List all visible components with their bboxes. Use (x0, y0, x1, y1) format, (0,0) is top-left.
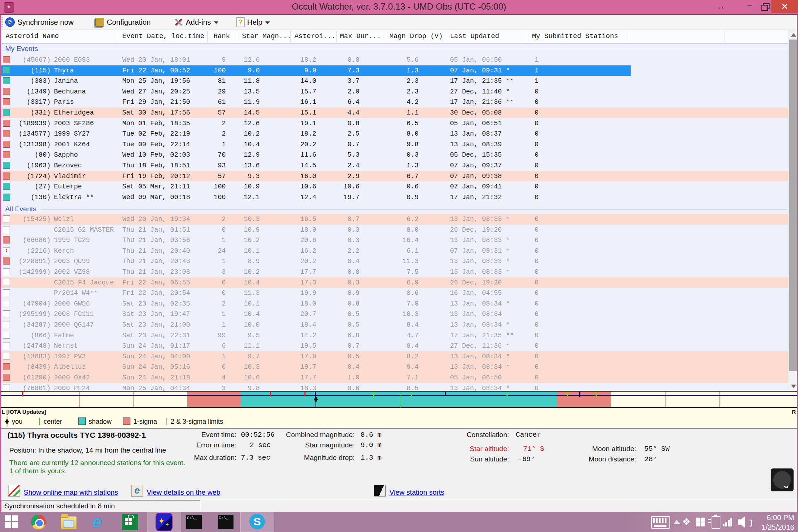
table-row[interactable]: (331)EtheridgeaSat 30 Jan, 17:565714.515… (0, 108, 788, 118)
event-checkbox-pink-icon[interactable] (3, 258, 10, 265)
occult-watcher-taskbar-button[interactable]: ✦✦ (147, 512, 181, 532)
power-plug-icon[interactable] (712, 516, 720, 532)
table-row[interactable]: (8439)AlbellusSun 24 Jan, 05:16010.319.7… (0, 362, 788, 372)
internet-explorer-taskbar-icon[interactable]: e (92, 512, 102, 532)
event-checkbox-icon[interactable] (3, 289, 10, 296)
toolbar-grip[interactable] (1, 17, 3, 27)
event-checkbox-teal-icon[interactable] (3, 162, 10, 169)
event-checkbox-pink-icon[interactable] (3, 130, 10, 137)
table-row[interactable]: (80)SapphoWed 10 Feb, 02:037012.911.65.3… (0, 150, 788, 160)
table-row[interactable]: P/2014 W4**Fri 22 Jan, 20:54011.319.90.9… (0, 288, 788, 299)
taskbar-clock[interactable]: 6:00 PM 1/25/2016 (735, 512, 794, 532)
table-row[interactable]: (134577)1999 SY27Tue 02 Feb, 22:19210.21… (0, 129, 788, 139)
event-checkbox-pink-icon[interactable] (3, 363, 10, 370)
table-row[interactable]: (189939)2003 SF286Mon 01 Feb, 18:35212.6… (0, 118, 788, 129)
column-header-event-date-loc-time[interactable]: Event Date, loc.time (122, 30, 204, 43)
table-row[interactable]: (115)ThyraFri 22 Jan, 00:521009.09.97.31… (0, 65, 788, 76)
event-checkbox-icon[interactable] (3, 268, 10, 275)
event-checkbox-pink-icon[interactable] (3, 56, 10, 63)
event-checkbox-icon[interactable] (3, 226, 10, 233)
column-header-max-dur-[interactable]: Max Dur... (340, 30, 381, 43)
event-checkbox-icon[interactable] (3, 321, 10, 328)
column-header-my-submitted-stations[interactable]: My Submitted Stations (532, 30, 618, 43)
column-header-rank[interactable]: Rank (214, 30, 230, 43)
table-row[interactable]: C2015 F4 JacqueFri 22 Jan, 06:55010.417.… (0, 277, 788, 288)
table-row[interactable]: (228891)2003 QU99Thu 21 Jan, 20:4318.920… (0, 256, 788, 267)
event-checkbox-pink-icon[interactable] (3, 374, 10, 381)
windows-store-icon[interactable] (122, 514, 138, 532)
event-checkbox-icon[interactable] (3, 279, 10, 286)
station-announced-arrow-icon[interactable]: ↕ (3, 247, 10, 254)
show-hidden-icons-arrow[interactable] (673, 520, 681, 532)
command-prompt-icon-2[interactable]: C:\_ (217, 514, 234, 530)
table-row[interactable]: C2015 G2 MASTERThu 21 Jan, 01:51010.918.… (0, 225, 788, 235)
event-checkbox-icon[interactable] (3, 215, 10, 222)
vertical-scrollbar[interactable] (788, 30, 798, 391)
column-header-asteroi-[interactable]: Asteroi... (294, 30, 335, 43)
column-header-last-updated[interactable]: Last Updated (450, 30, 499, 43)
table-row[interactable]: (1724)VladimirFri 19 Feb, 20:12579.316.0… (0, 171, 788, 182)
view-details-web-link[interactable]: View details on the web (147, 486, 220, 499)
table-row[interactable]: (47904)2000 GW56Sat 23 Jan, 02:35210.118… (0, 299, 788, 309)
touch-keyboard-icon[interactable] (651, 516, 670, 532)
table-row[interactable]: (866)FatmeSat 23 Jan, 22:31999.514.26.84… (0, 330, 788, 341)
network-signal-icon[interactable] (723, 518, 734, 532)
event-checkbox-icon[interactable] (3, 310, 10, 317)
command-prompt-icon[interactable]: C:\_ (185, 514, 202, 530)
show-online-map-link[interactable]: Show online map with stations (24, 486, 118, 499)
event-checkbox-icon[interactable] (3, 332, 10, 339)
table-row[interactable]: (61290)2000 OX42Sun 24 Jan, 21:18410.617… (0, 372, 788, 383)
column-header-magn-drop-v-[interactable]: Magn Drop (V) (389, 30, 443, 43)
table-row[interactable]: (1963)BezovecThu 18 Feb, 18:519313.614.5… (0, 160, 788, 171)
event-checkbox-teal-icon[interactable] (3, 67, 10, 74)
table-row[interactable]: (142999)2002 VZ98Thu 21 Jan, 23:08310.21… (0, 267, 788, 277)
scrollbar-thumb[interactable] (789, 40, 798, 371)
table-row[interactable]: (76801)2000 PF24Mon 25 Jan, 04:3439.818.… (0, 383, 788, 391)
table-row[interactable]: (34287)2000 QG147Sat 23 Jan, 21:00110.01… (0, 320, 788, 330)
resize-button[interactable]: ↔ (712, 0, 729, 13)
table-row[interactable]: (131398)2001 KZ64Tue 09 Feb, 22:14110.42… (0, 139, 788, 150)
chrome-icon[interactable] (31, 515, 46, 532)
table-row[interactable]: (27)EuterpeSat 05 Mar, 21:1110010.910.61… (0, 181, 788, 192)
event-checkbox-icon[interactable] (3, 353, 10, 360)
table-row[interactable]: (1349)BechuanaWed 27 Jan, 20:252913.515.… (0, 86, 788, 97)
table-row[interactable]: (130)Elektra **Wed 09 Mar, 00:1810012.11… (0, 192, 788, 203)
event-checkbox-pink-icon[interactable] (3, 98, 10, 105)
event-checkbox-teal-icon[interactable] (3, 77, 10, 84)
menu-item-add-ins[interactable]: Add-ins (174, 15, 218, 30)
column-header-star-magn-[interactable]: Star Magn... (242, 30, 291, 43)
event-checkbox-icon[interactable] (3, 385, 10, 391)
skype-taskbar-button[interactable]: S (240, 512, 274, 532)
table-row[interactable]: (66680)1999 TG29Thu 21 Jan, 03:56110.220… (0, 235, 788, 246)
event-checkbox-icon[interactable] (3, 342, 10, 349)
file-explorer-icon[interactable] (61, 516, 77, 532)
event-checkbox-pink-icon[interactable] (3, 151, 10, 158)
action-center-icon[interactable] (696, 518, 709, 532)
table-row[interactable]: (15425)WelzlWed 20 Jan, 19:34210.316.50.… (0, 214, 788, 225)
title-bar[interactable]: ✦ Occult Watcher, ver. 3.7.0.13 - UMD Ob… (0, 0, 798, 15)
menu-item-help[interactable]: ?Help (236, 15, 270, 30)
start-button[interactable] (5, 515, 18, 532)
event-checkbox-teal-icon[interactable] (3, 183, 10, 190)
event-checkbox-pink-icon[interactable] (3, 236, 10, 243)
table-row[interactable]: (45667)2000 EG93Wed 20 Jan, 18:01912.618… (0, 55, 788, 65)
event-checkbox-pink-icon[interactable] (3, 88, 10, 95)
dropbox-icon[interactable]: ❖ (682, 512, 690, 532)
shadow-path-band[interactable] (0, 391, 798, 408)
event-checkbox-pink-icon[interactable] (3, 141, 10, 148)
event-checkbox-teal-icon[interactable] (3, 194, 10, 201)
event-checkbox-teal-icon[interactable] (3, 109, 10, 116)
menu-item-synchronise-now[interactable]: ⟳Synchronise now (5, 15, 74, 30)
view-station-sorts-link[interactable]: View station sorts (389, 486, 444, 499)
event-checkbox-pink-icon[interactable] (3, 173, 10, 180)
table-row[interactable]: (24748)NernstSun 24 Jan, 01:17611.119.50… (0, 341, 788, 351)
table-row[interactable]: (383)JaninaMon 25 Jan, 19:568111.814.03.… (0, 76, 788, 86)
table-row[interactable]: (3317)ParisFri 29 Jan, 21:506111.916.16.… (0, 97, 788, 108)
minimize-button[interactable]: – (741, 0, 758, 13)
column-header-asteroid-name[interactable]: Asteroid Name (6, 30, 59, 43)
table-row[interactable]: ↕(2216)KerchThu 21 Jan, 20:402410.116.22… (0, 246, 788, 256)
menu-item-configuration[interactable]: Configuration (95, 15, 151, 30)
table-row[interactable]: (13683)1997 PV3Sun 24 Jan, 04:0019.717.9… (0, 351, 788, 362)
close-button[interactable]: ✕ (771, 0, 798, 13)
event-checkbox-pink-icon[interactable] (3, 120, 10, 127)
